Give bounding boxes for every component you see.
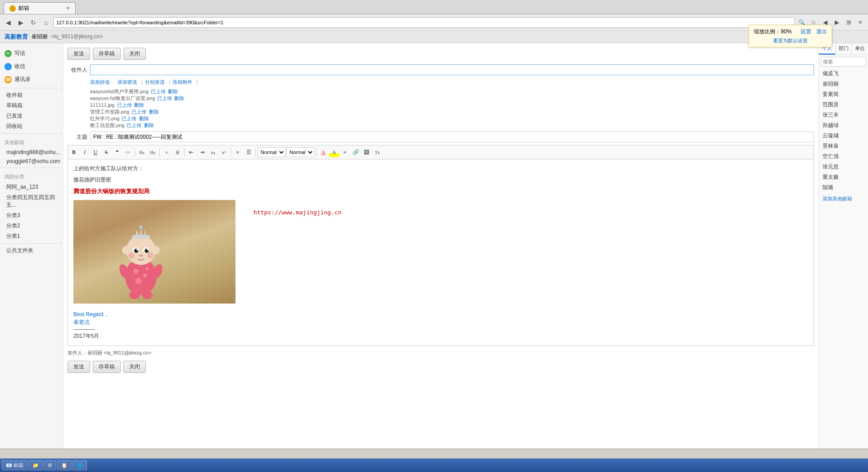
sidebar-action-inbox[interactable]: ↓ 收信 bbox=[0, 60, 63, 73]
save-draft-btn-bottom[interactable]: 存草稿 bbox=[93, 361, 121, 373]
sidebar-item-f3[interactable]: 分类3 bbox=[0, 210, 63, 221]
add-cc-link[interactable]: 添加抄送 bbox=[90, 79, 110, 85]
home-btn[interactable]: ⌂ bbox=[41, 17, 51, 28]
tab-dept[interactable]: 部门 bbox=[836, 43, 852, 54]
sidebar-item-sent[interactable]: 已发送 bbox=[0, 111, 63, 121]
contact-2[interactable]: 姜素简 bbox=[819, 89, 868, 100]
sidebar-item-acc2[interactable]: youggie67@sohu.com bbox=[0, 157, 63, 166]
send-btn-top[interactable]: 发送 bbox=[68, 48, 90, 60]
send-btn-bottom[interactable]: 发送 bbox=[68, 361, 90, 373]
save-draft-btn-top[interactable]: 存草稿 bbox=[93, 48, 121, 60]
contact-6[interactable]: 云璇城 bbox=[819, 131, 868, 141]
attach-delete-4[interactable]: 删除 bbox=[139, 116, 149, 121]
add-bcc-link[interactable]: 添加密送 bbox=[118, 79, 137, 85]
align-btn[interactable]: ≡ bbox=[340, 147, 350, 157]
sidebar-item-acc1[interactable]: majinding888@sohu... bbox=[0, 148, 63, 157]
logout-label[interactable]: 退出 bbox=[816, 28, 827, 35]
email-sig-date: 2017年5月 bbox=[73, 332, 808, 340]
close-btn-top[interactable]: 关闭 bbox=[123, 48, 146, 60]
separate-send-link[interactable]: 分别发送 bbox=[145, 79, 165, 85]
sidebar-item-f5[interactable]: 分类1 bbox=[0, 231, 63, 241]
ol-btn[interactable]: ≡ bbox=[162, 147, 172, 157]
attach-delete-5[interactable]: 删除 bbox=[144, 123, 154, 128]
image-btn[interactable]: 🖼 bbox=[362, 147, 371, 157]
code-btn[interactable]: <> bbox=[123, 147, 133, 157]
underline-btn[interactable]: U bbox=[90, 147, 100, 157]
align-left-btn[interactable]: ≡ bbox=[233, 147, 243, 157]
font-size-select-2[interactable]: Normal Large Huge bbox=[286, 147, 314, 157]
sub-btn[interactable]: x₂ bbox=[208, 147, 218, 157]
browser-tab[interactable]: 邮箱 ✕ bbox=[4, 2, 76, 14]
indent-inc-btn[interactable]: ⇥ bbox=[197, 147, 207, 157]
indent-dec-btn[interactable]: ⇤ bbox=[186, 147, 196, 157]
add-other-mailbox-btn[interactable]: 添加其他邮箱 bbox=[819, 193, 868, 205]
font-size-select-1[interactable]: Normal Large Huge bbox=[258, 147, 285, 157]
svg-point-6 bbox=[142, 291, 152, 300]
attach-name-5: 教工信息图.png bbox=[90, 123, 124, 128]
attach-delete-2[interactable]: 删除 bbox=[134, 102, 144, 108]
ul-btn[interactable]: ☰ bbox=[172, 147, 182, 157]
nav-icon-2[interactable]: ▶ bbox=[832, 18, 842, 27]
attach-delete-3[interactable]: 删除 bbox=[149, 109, 159, 114]
email-sig-line1: Best Regard， bbox=[73, 311, 808, 318]
email-link[interactable]: https://www.majingjing.cn bbox=[253, 209, 342, 216]
attach-delete-0[interactable]: 删除 bbox=[168, 89, 178, 94]
h2-btn[interactable]: H₂ bbox=[148, 147, 158, 157]
link-btn[interactable]: 🔗 bbox=[351, 147, 361, 157]
tab-bar: 邮箱 ✕ bbox=[0, 0, 868, 14]
close-btn-bottom[interactable]: 关闭 bbox=[123, 361, 146, 373]
contact-5[interactable]: 孙越绿 bbox=[819, 120, 868, 131]
clear-format-btn[interactable]: Tx bbox=[372, 147, 382, 157]
h1-btn[interactable]: H₁ bbox=[137, 147, 147, 157]
to-input[interactable] bbox=[90, 64, 814, 75]
contact-8[interactable]: 空亡清 bbox=[819, 151, 868, 162]
sidebar-action-contacts[interactable]: ☎ 通讯录 bbox=[0, 73, 63, 86]
contact-9[interactable]: 张元息 bbox=[819, 162, 868, 172]
contact-7[interactable]: 景林泉 bbox=[819, 141, 868, 151]
tab-close-btn[interactable]: ✕ bbox=[66, 5, 70, 11]
contact-11[interactable]: 陆璐 bbox=[819, 182, 868, 193]
align-center-btn[interactable]: ☰ bbox=[244, 147, 253, 157]
editor-body[interactable]: 上的给对方施工队认给对方： 撒花德萨旧墨密 腾道股份大锅饭的恢复规划局 bbox=[68, 159, 814, 346]
grid-icon-btn[interactable]: ⊞ bbox=[844, 18, 854, 27]
forward-btn[interactable]: ▶ bbox=[15, 17, 26, 28]
sidebar-item-f2[interactable]: 分类四五四五四五四五... bbox=[0, 192, 63, 210]
task-btn-1[interactable]: 📁 bbox=[28, 460, 43, 470]
blockquote-btn[interactable]: ❝ bbox=[112, 147, 122, 157]
back-btn[interactable]: ◀ bbox=[3, 17, 14, 28]
sidebar-item-drafts[interactable]: 草稿箱 bbox=[0, 100, 63, 111]
task-btn-2[interactable]: ⚙ bbox=[44, 460, 56, 470]
sidebar-item-inbox[interactable]: 收件箱 bbox=[0, 90, 63, 100]
tab-org[interactable]: 单位 bbox=[852, 43, 868, 54]
sidebar-item-f4[interactable]: 分类2 bbox=[0, 221, 63, 231]
sidebar-item-f1[interactable]: 阿阿_aa_123 bbox=[0, 182, 63, 192]
address-input[interactable] bbox=[53, 17, 795, 28]
reload-btn[interactable]: ↻ bbox=[28, 17, 39, 28]
editor-toolbar: B I U S ❝ <> H₁ H₂ ≡ ☰ ⇤ ⇥ bbox=[68, 145, 814, 159]
attach-delete-1[interactable]: 删除 bbox=[174, 95, 184, 101]
add-attachment-link[interactable]: 添加附件 bbox=[172, 79, 192, 85]
strikethrough-btn[interactable]: S bbox=[101, 147, 111, 157]
settings-label[interactable]: 设置 bbox=[800, 28, 811, 35]
svg-point-1 bbox=[133, 269, 139, 274]
task-btn-3[interactable]: 📋 bbox=[57, 460, 72, 470]
task-btn-0[interactable]: 📧 邮箱 bbox=[2, 460, 27, 470]
bold-btn[interactable]: B bbox=[69, 147, 79, 157]
sidebar-item-public[interactable]: 公共文件夹 bbox=[0, 245, 63, 256]
menu-icon-btn[interactable]: ≡ bbox=[855, 18, 865, 27]
contact-0[interactable]: 储孟飞 bbox=[819, 68, 868, 79]
contact-1[interactable]: 崔绍丽 bbox=[819, 79, 868, 89]
italic-btn[interactable]: I bbox=[80, 147, 90, 157]
contact-3[interactable]: 范围灵 bbox=[819, 100, 868, 110]
contact-4[interactable]: 张三丰 bbox=[819, 110, 868, 120]
subject-input[interactable] bbox=[90, 132, 814, 142]
contact-10[interactable]: 重太极 bbox=[819, 172, 868, 182]
sup-btn[interactable]: x² bbox=[219, 147, 229, 157]
sidebar-action-compose[interactable]: ✏ 写信 bbox=[0, 47, 63, 60]
task-btn-4[interactable]: 🌐 bbox=[72, 460, 87, 470]
contact-search-input[interactable] bbox=[821, 57, 866, 67]
font-color-btn[interactable]: A bbox=[318, 147, 328, 157]
zoom-reset-btn[interactable]: 重置为默认设置 bbox=[754, 37, 827, 44]
sidebar-item-trash[interactable]: 回收站 bbox=[0, 121, 63, 132]
font-bg-btn[interactable]: A bbox=[329, 147, 339, 157]
